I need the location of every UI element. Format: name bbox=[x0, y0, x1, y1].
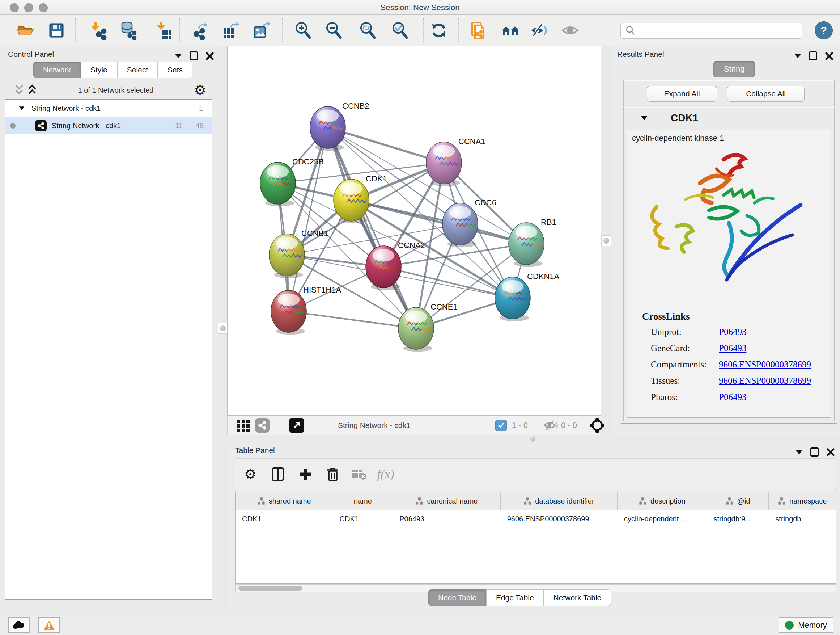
refresh-network-button[interactable] bbox=[429, 21, 448, 40]
close-panel-icon[interactable] bbox=[827, 448, 835, 456]
expand-all-networks-icon[interactable] bbox=[14, 84, 25, 96]
horizontal-splitter-handle[interactable] bbox=[531, 437, 535, 442]
save-session-button[interactable] bbox=[47, 21, 66, 40]
panel-menu-icon[interactable] bbox=[796, 450, 802, 454]
network-node-RB1[interactable]: RB1 bbox=[508, 218, 556, 267]
network-edge[interactable] bbox=[351, 200, 526, 244]
import-table-button[interactable] bbox=[154, 21, 174, 40]
tab-network-table[interactable]: Network Table bbox=[544, 589, 611, 606]
table-options-gear-icon[interactable]: ⚙ bbox=[240, 464, 260, 484]
tab-node-table[interactable]: Node Table bbox=[428, 589, 486, 606]
home-button[interactable] bbox=[501, 21, 520, 40]
collapse-all-button[interactable]: Collapse All bbox=[727, 86, 805, 102]
delete-column-trash-icon[interactable] bbox=[323, 464, 343, 484]
crosslink-link[interactable]: P06493 bbox=[719, 392, 746, 402]
search-input[interactable] bbox=[637, 27, 802, 35]
table-cell[interactable]: cyclin-dependent ... bbox=[617, 510, 707, 527]
close-panel-icon[interactable] bbox=[825, 52, 833, 60]
network-node-HIST1H1A[interactable]: HIST1H1A bbox=[271, 285, 341, 334]
hide-selected-button[interactable] bbox=[530, 21, 549, 40]
float-panel-icon[interactable] bbox=[809, 51, 817, 60]
network-options-gear-icon[interactable]: ⚙ bbox=[194, 83, 206, 97]
tab-network[interactable]: Network bbox=[33, 62, 81, 78]
network-node-CCNB2[interactable]: CCNB2 bbox=[310, 101, 369, 150]
network-canvas[interactable]: CCNB2CCNA1CDC25BCDK1CDC6RB1CCNB1CCNA2CDK… bbox=[227, 46, 601, 416]
zoom-fit-button[interactable] bbox=[358, 21, 378, 40]
column-header-name[interactable]: name bbox=[333, 492, 393, 510]
table-cell[interactable]: CDK1 bbox=[333, 510, 393, 527]
zoom-in-button[interactable] bbox=[294, 21, 313, 40]
grid-view-icon[interactable] bbox=[236, 416, 251, 435]
zoom-selected-button[interactable] bbox=[390, 21, 410, 40]
node-table[interactable]: shared namenamecanonical namedatabase id… bbox=[235, 492, 836, 584]
expand-all-button[interactable]: Expand All bbox=[647, 86, 717, 102]
panel-menu-icon[interactable] bbox=[794, 54, 801, 58]
network-node-CDC6[interactable]: CDC6 bbox=[442, 198, 496, 247]
table-row[interactable]: CDK1CDK1P064939606.ENSP00000378699cyclin… bbox=[235, 510, 836, 527]
network-edge[interactable] bbox=[289, 311, 416, 328]
column-header-database-identifier[interactable]: database identifier bbox=[501, 492, 617, 510]
network-edge[interactable] bbox=[328, 127, 416, 328]
tab-edge-table[interactable]: Edge Table bbox=[486, 589, 544, 606]
create-column-icon[interactable] bbox=[295, 464, 315, 484]
zoom-out-button[interactable] bbox=[324, 21, 344, 40]
network-edge[interactable] bbox=[289, 127, 328, 311]
show-columns-icon[interactable] bbox=[268, 464, 287, 484]
network-node-CDKN1A[interactable]: CDKN1A bbox=[495, 272, 560, 321]
left-splitter-handle[interactable] bbox=[218, 323, 228, 334]
crosslink-label: Uniprot: bbox=[651, 327, 719, 337]
export-network-button[interactable] bbox=[191, 21, 210, 40]
table-cell[interactable]: P06493 bbox=[393, 510, 500, 527]
table-cell[interactable]: stringdb:9... bbox=[707, 510, 769, 527]
table-cell[interactable]: CDK1 bbox=[235, 510, 333, 527]
collapse-tree-icon[interactable] bbox=[19, 106, 24, 110]
detach-view-icon[interactable] bbox=[289, 416, 304, 435]
results-tab-string[interactable]: String bbox=[714, 61, 755, 78]
float-panel-icon[interactable] bbox=[810, 448, 819, 456]
export-image-icon bbox=[252, 21, 271, 40]
network-node-CDC25B[interactable]: CDC25B bbox=[260, 157, 324, 206]
help-button[interactable]: ? bbox=[815, 21, 833, 40]
export-image-button[interactable] bbox=[252, 21, 271, 40]
float-panel-icon[interactable] bbox=[189, 51, 198, 60]
show-all-button[interactable] bbox=[561, 21, 580, 40]
import-string-network-button[interactable] bbox=[469, 21, 488, 40]
column-header-namespace[interactable]: namespace bbox=[769, 492, 836, 510]
collapse-all-networks-icon[interactable] bbox=[27, 84, 38, 96]
right-splitter-handle[interactable] bbox=[601, 235, 611, 246]
birds-eye-view-icon[interactable] bbox=[589, 416, 605, 435]
network-collection-row[interactable]: String Network - cdk1 1 bbox=[5, 100, 212, 117]
warnings-button[interactable] bbox=[38, 617, 60, 633]
memory-button[interactable]: Memory bbox=[778, 617, 834, 633]
search-field[interactable] bbox=[621, 23, 802, 39]
crosslink-link[interactable]: P06493 bbox=[719, 327, 746, 337]
close-panel-icon[interactable] bbox=[206, 52, 214, 60]
open-session-button[interactable] bbox=[16, 21, 35, 40]
table-cell[interactable]: stringdb bbox=[769, 510, 836, 527]
cloud-button[interactable] bbox=[8, 617, 30, 633]
string-view-icon[interactable] bbox=[255, 416, 270, 435]
import-network-database-button[interactable] bbox=[118, 21, 138, 40]
export-table-button[interactable] bbox=[221, 21, 240, 40]
panel-menu-icon[interactable] bbox=[175, 54, 182, 58]
protein-section-header[interactable]: CDK1 bbox=[624, 107, 834, 129]
network-row-selected[interactable]: String Network - cdk1 11 48 bbox=[5, 117, 212, 134]
scrollbar-thumb[interactable] bbox=[238, 586, 302, 591]
selected-nodes-checkbox[interactable] bbox=[495, 416, 507, 435]
tab-select[interactable]: Select bbox=[117, 62, 158, 78]
column-header--id[interactable]: @id bbox=[707, 492, 769, 510]
table-cell[interactable]: 9606.ENSP00000378699 bbox=[501, 510, 617, 527]
tab-sets[interactable]: Sets bbox=[158, 62, 193, 78]
collapse-section-icon[interactable] bbox=[641, 116, 647, 120]
crosslink-link[interactable]: 9606.ENSP00000378699 bbox=[719, 359, 811, 370]
title-bar: Session: New Session bbox=[0, 0, 840, 15]
column-header-description[interactable]: description bbox=[617, 492, 707, 510]
tab-style[interactable]: Style bbox=[81, 62, 117, 78]
column-header-shared-name[interactable]: shared name bbox=[235, 492, 333, 510]
network-node-CCNA1[interactable]: CCNA1 bbox=[426, 137, 485, 186]
import-network-button[interactable] bbox=[88, 21, 108, 40]
crosslink-link[interactable]: 9606.ENSP00000378699 bbox=[719, 376, 811, 386]
column-header-canonical-name[interactable]: canonical name bbox=[393, 492, 500, 510]
crosslink-link[interactable]: P06493 bbox=[719, 343, 746, 353]
network-node-CCNB1[interactable]: CCNB1 bbox=[269, 229, 328, 278]
